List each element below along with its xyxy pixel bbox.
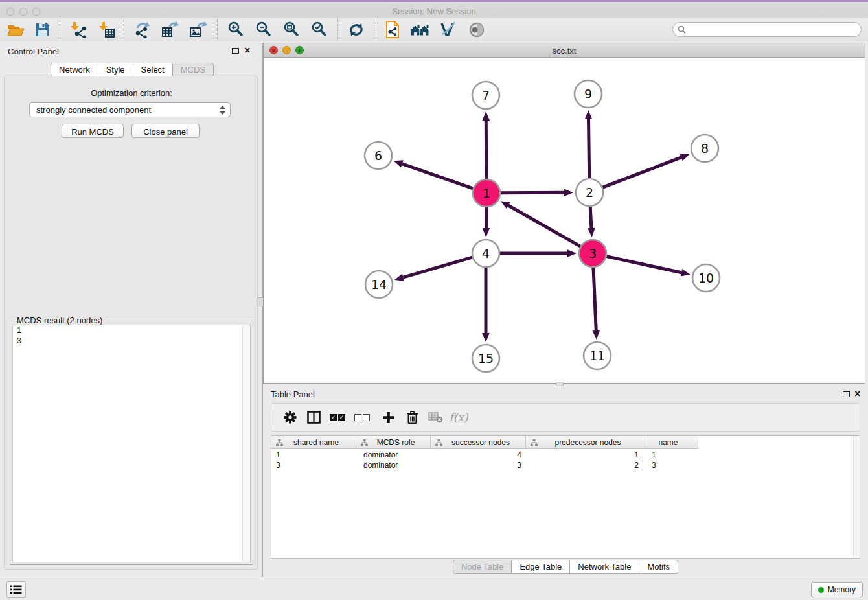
- tab-motifs[interactable]: Motifs: [639, 560, 678, 574]
- horizontal-splitter-grip[interactable]: [556, 382, 564, 386]
- column-header-successor-nodes[interactable]: successor nodes: [431, 436, 526, 449]
- save-session-icon[interactable]: [30, 19, 56, 40]
- tab-style[interactable]: Style: [98, 63, 133, 76]
- table-settings-gear-icon[interactable]: [279, 404, 301, 431]
- visual-style-icon[interactable]: [435, 19, 461, 40]
- zoom-selected-icon[interactable]: [306, 19, 332, 40]
- export-table-icon[interactable]: [157, 19, 183, 40]
- checked-box-icon: ✓: [338, 414, 345, 421]
- graph-edge-1-2[interactable]: [501, 189, 573, 196]
- memory-status-icon: [818, 587, 824, 593]
- search-input[interactable]: [689, 23, 857, 36]
- graph-node-4[interactable]: 4: [472, 240, 499, 267]
- graph-edge-3-11[interactable]: [592, 268, 600, 340]
- graph-edge-2-3[interactable]: [588, 207, 595, 237]
- graph-edge-4-14[interactable]: [394, 257, 472, 281]
- close-panel-icon[interactable]: ×: [854, 390, 860, 398]
- graph-edge-4-3[interactable]: [500, 249, 577, 257]
- zoom-out-icon[interactable]: [250, 19, 276, 40]
- control-panel: Control Panel × NetworkStyleSelectMCDS O…: [0, 43, 262, 577]
- add-column-icon[interactable]: [377, 404, 399, 431]
- show-columns-icon[interactable]: [303, 404, 325, 431]
- graph-node-8[interactable]: 8: [691, 135, 718, 162]
- export-image-icon[interactable]: [185, 19, 211, 40]
- node-label: 1: [483, 186, 490, 200]
- graph-node-15[interactable]: 15: [472, 345, 499, 372]
- tab-mcds[interactable]: MCDS: [173, 63, 214, 76]
- column-header-name[interactable]: name: [645, 436, 698, 449]
- column-header-mcds-role[interactable]: MCDS role: [356, 436, 431, 449]
- checked-box-icon: ✓: [330, 414, 337, 421]
- memory-button[interactable]: Memory: [811, 582, 863, 597]
- criterion-select[interactable]: strongly connected component: [29, 102, 231, 117]
- import-network-icon[interactable]: [65, 19, 91, 40]
- table-row[interactable]: 1dominator411: [271, 450, 860, 460]
- network-view-window: × − + scc.txt 7968124314101511: [263, 43, 865, 384]
- open-session-icon[interactable]: [3, 19, 29, 40]
- graph-node-3[interactable]: 3: [579, 240, 606, 267]
- graph-node-6[interactable]: 6: [365, 142, 392, 169]
- column-header-shared-name[interactable]: shared name: [271, 436, 356, 449]
- main-toolbar: [0, 18, 868, 41]
- graph-edge-1-7[interactable]: [482, 111, 490, 179]
- graphics-details-eye-icon[interactable]: [464, 19, 490, 40]
- graph-edge-1-6[interactable]: [394, 160, 474, 188]
- table-scrollbar[interactable]: [853, 436, 860, 558]
- mcds-panel: Optimization criterion: strongly connect…: [4, 76, 258, 570]
- memory-label: Memory: [828, 585, 856, 594]
- export-network-icon[interactable]: [130, 19, 155, 40]
- graph-node-10[interactable]: 10: [692, 264, 720, 292]
- tab-select[interactable]: Select: [133, 63, 173, 76]
- new-network-from-selection-icon[interactable]: [380, 19, 405, 40]
- graph-node-9[interactable]: 9: [575, 80, 602, 108]
- float-panel-icon[interactable]: [232, 48, 239, 54]
- tab-network-table[interactable]: Network Table: [570, 560, 639, 574]
- node-label: 14: [371, 277, 387, 292]
- apply-layout-icon[interactable]: [343, 19, 369, 40]
- graph-node-7[interactable]: 7: [472, 82, 499, 109]
- result-scrollbar[interactable]: [242, 325, 250, 562]
- first-neighbors-icon[interactable]: [407, 19, 433, 40]
- close-panel-button[interactable]: Close panel: [131, 124, 200, 138]
- task-list-icon: [10, 585, 22, 594]
- optimization-criterion-label: Optimization criterion:: [5, 88, 258, 98]
- node-label: 8: [701, 141, 709, 156]
- graph-node-14[interactable]: 14: [365, 271, 393, 298]
- unchecked-box-icon: [363, 414, 370, 421]
- graph-edge-2-9[interactable]: [585, 110, 593, 178]
- search-field[interactable]: [672, 22, 862, 37]
- delete-table-icon[interactable]: [424, 404, 446, 431]
- graph-node-2[interactable]: 2: [576, 179, 603, 206]
- fit-content-icon[interactable]: [278, 19, 304, 40]
- zoom-in-icon[interactable]: [222, 19, 248, 40]
- graph-node-1[interactable]: 1: [473, 179, 500, 207]
- result-line: 3: [13, 336, 250, 346]
- delete-icon[interactable]: [401, 404, 423, 431]
- search-icon: [678, 25, 686, 34]
- select-all-icon[interactable]: ✓✓: [327, 404, 349, 431]
- graph-edge-3-10[interactable]: [606, 257, 690, 277]
- graph-edge-1-4[interactable]: [483, 207, 490, 237]
- run-mcds-button[interactable]: Run MCDS: [62, 124, 124, 138]
- graph-edge-2-8[interactable]: [603, 154, 690, 187]
- close-panel-icon[interactable]: ×: [244, 47, 250, 54]
- network-canvas[interactable]: 7968124314101511: [264, 58, 865, 383]
- column-header-predecessor-nodes[interactable]: predecessor nodes: [526, 436, 645, 449]
- deselect-all-icon[interactable]: [352, 404, 374, 431]
- function-builder-icon[interactable]: f(x): [448, 404, 470, 431]
- mcds-result-textarea[interactable]: 13: [12, 325, 251, 562]
- float-panel-icon[interactable]: [843, 391, 850, 397]
- tab-edge-table[interactable]: Edge Table: [512, 560, 570, 574]
- table-row[interactable]: 3dominator323: [271, 460, 860, 470]
- table-cell: 3: [271, 460, 356, 470]
- import-table-icon[interactable]: [93, 19, 119, 40]
- graph-node-11[interactable]: 11: [584, 342, 611, 369]
- tab-node-table[interactable]: Node Table: [453, 560, 512, 574]
- tab-network[interactable]: Network: [51, 63, 98, 76]
- task-history-button[interactable]: [6, 581, 26, 598]
- graph-edge-4-15[interactable]: [482, 268, 490, 342]
- network-window-titlebar[interactable]: × − + scc.txt: [264, 43, 865, 58]
- column-label: MCDS role: [368, 438, 430, 447]
- column-label: name: [645, 438, 698, 447]
- graph-edge-3-1[interactable]: [501, 201, 580, 246]
